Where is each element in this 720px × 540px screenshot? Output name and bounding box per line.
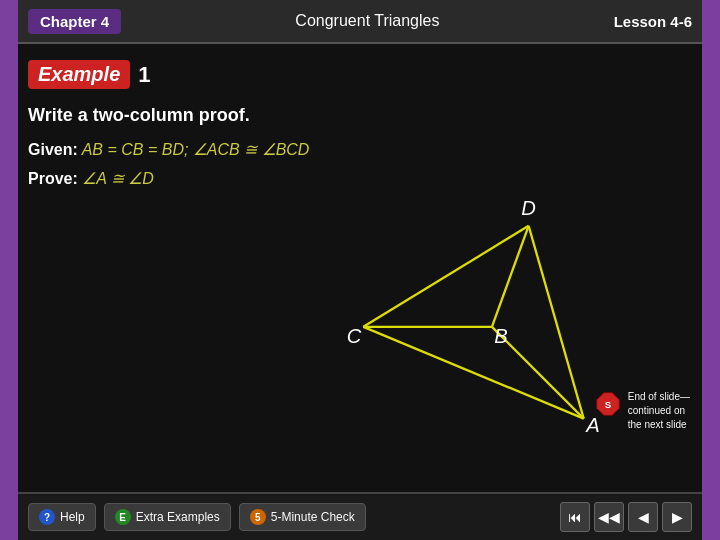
extra-examples-label: Extra Examples (136, 510, 220, 524)
main-content: Example 1 Write a two-column proof. Give… (0, 44, 720, 492)
example-badge: Example 1 (28, 60, 692, 89)
end-of-slide: S End of slide—continued onthe next slid… (594, 390, 690, 432)
five-minute-button[interactable]: 5 5-Minute Check (239, 503, 366, 531)
extra-examples-icon: E (115, 509, 131, 525)
nav-prev-prev-button[interactable]: ◀◀ (594, 502, 624, 532)
nav-prev-button[interactable]: ◀ (628, 502, 658, 532)
chapter-badge: Chapter 4 (28, 9, 121, 34)
line-bd (492, 226, 529, 327)
line-cd (363, 226, 528, 327)
five-minute-label: 5-Minute Check (271, 510, 355, 524)
lesson-badge: Lesson 4-6 (614, 13, 692, 30)
nav-next-button[interactable]: ▶ (662, 502, 692, 532)
given-label: Given: (28, 141, 78, 158)
line-ac (363, 327, 583, 419)
stop-sign-icon: S (594, 390, 622, 418)
label-d: D (521, 197, 536, 219)
label-c: C (347, 325, 362, 347)
nav-buttons: ⏮ ◀◀ ◀ ▶ (560, 502, 692, 532)
extra-examples-button[interactable]: E Extra Examples (104, 503, 231, 531)
end-of-slide-text: End of slide—continued onthe next slide (628, 390, 690, 432)
nav-first-button[interactable]: ⏮ (560, 502, 590, 532)
five-minute-icon: 5 (250, 509, 266, 525)
slide: Chapter 4 Congruent Triangles Lesson 4-6… (0, 0, 720, 540)
footer: ? Help E Extra Examples 5 5-Minute Check… (0, 492, 720, 540)
write-proof: Write a two-column proof. (28, 105, 692, 126)
label-b: B (494, 325, 507, 347)
header-title: Congruent Triangles (121, 12, 613, 30)
help-icon: ? (39, 509, 55, 525)
header: Chapter 4 Congruent Triangles Lesson 4-6 (0, 0, 720, 44)
prove-text: ∠A ≅ ∠D (82, 170, 154, 187)
help-label: Help (60, 510, 85, 524)
example-number: 1 (138, 62, 150, 88)
example-label: Example (28, 60, 130, 89)
prove-label: Prove: (28, 170, 78, 187)
help-button[interactable]: ? Help (28, 503, 96, 531)
svg-text:S: S (604, 399, 611, 410)
